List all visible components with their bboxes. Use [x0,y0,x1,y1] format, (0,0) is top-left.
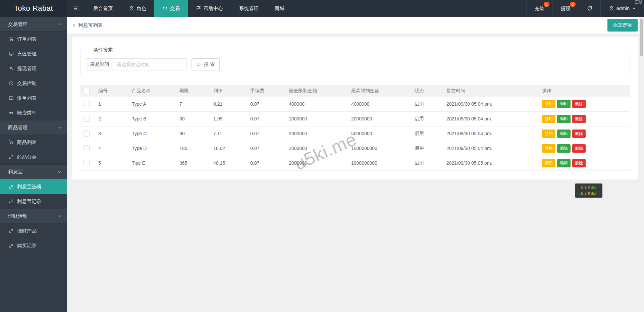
cell-time: 2021/09/30 05:04 pm. [443,141,539,156]
cell-term: 30 [176,111,210,126]
person-icon [129,6,134,11]
withdraw-label: 提现 [561,5,571,12]
disable-button[interactable]: 禁用 [542,144,555,153]
delete-button[interactable]: 删除 [572,144,586,153]
sidebar-item-5[interactable]: 交易控制 [0,76,67,91]
sidebar-section-1[interactable]: 交易管理 [0,17,67,32]
sidebar-item-label: 利息宝选项 [17,184,42,190]
edit-button[interactable]: 编辑 [557,129,571,138]
sidebar-item-label: 交易控制 [17,80,37,87]
start-time-input[interactable] [113,59,186,70]
cart-icon [9,140,14,145]
cell-name: Type C [128,126,176,141]
brand-logo[interactable]: Toko Rabat [0,0,67,17]
link-icon [9,243,14,248]
sidebar-item-label: 商品列表 [17,139,37,146]
delete-button[interactable]: 删除 [572,159,586,167]
cell-max: 50000000 [348,126,411,141]
nav-item-2[interactable]: 角色 [121,0,154,17]
edit-button[interactable]: 编辑 [557,144,571,153]
scrollbar-thumb[interactable] [640,19,643,56]
sidebar-section-label: 理财活动 [8,213,28,219]
nav-item-label: 角色 [137,5,146,12]
hamburger-icon [73,6,79,11]
search-button[interactable]: 搜 索 [192,58,220,70]
cell-fee: 0.07 [247,156,285,170]
disable-button[interactable]: 禁用 [542,129,555,138]
edit-button[interactable]: 编辑 [557,115,571,123]
cell-rate: 7.11 [210,126,247,141]
sidebar-item-3[interactable]: 充值管理 [0,46,67,61]
sidebar-section-8[interactable]: 商品管理 [0,120,67,135]
cell-rate: 40.15 [210,156,247,170]
sidebar-section-11[interactable]: 利息宝 [0,164,67,179]
edit-button[interactable]: 编辑 [557,100,571,108]
breadcrumb-bar: » 利息宝列表 添加选项 [67,17,639,34]
cell-actions: 禁用编辑删除 [539,97,630,111]
cell-name: Type B [128,111,176,126]
cell-min: 2000000 [285,141,348,156]
delete-button[interactable]: 删除 [572,129,586,138]
refresh-button[interactable] [579,0,600,17]
recharge-nav-item[interactable]: 充值 0 [526,0,552,17]
edit-button[interactable]: 编辑 [557,159,571,167]
sidebar-item-16[interactable]: 购买记录 [0,238,67,253]
nav-item-4[interactable]: 帮助中心 [188,0,231,17]
add-option-button[interactable]: 添加选项 [607,19,638,32]
table-row: 4Type D18016.020.0720000001000000000启用20… [80,141,630,156]
nav-item-6[interactable]: 商城 [267,0,292,17]
monitor-icon [9,51,14,56]
sidebar-section-14[interactable]: 理财活动 [0,209,67,223]
recharge-badge: 0 [544,2,549,7]
network-speed-widget[interactable]: ↑ 6.1 KB/s ↓ 6.7 KB/s [575,184,602,198]
cell-status: 启用 [411,97,443,111]
sidebar-item-label: 购买记录 [17,243,37,249]
sidebar-item-15[interactable]: 理财产品 [0,223,67,238]
sidebar-item-12[interactable]: 利息宝选项 [0,179,67,194]
scales-icon [162,6,168,11]
cell-min: 2000000 [285,126,348,141]
cell-status: 启用 [411,141,443,156]
nav-item-3[interactable]: 交易 [154,0,188,17]
delete-button[interactable]: 删除 [572,100,586,108]
sidebar-item-9[interactable]: 商品列表 [0,135,67,150]
cell-time: 2021/09/30 05:05 pm. [443,156,539,170]
page-scrollbar[interactable] [639,17,644,312]
sidebar-item-4[interactable]: 提现管理 [0,61,67,76]
user-icon [609,6,614,11]
sidebar-section-label: 交易管理 [8,21,28,28]
disable-button[interactable]: 禁用 [542,115,555,123]
nav-item-5[interactable]: 系统管理 [231,0,267,17]
sidebar-item-6[interactable]: 派单列表 [0,91,67,105]
upload-speed: ↑ 6.1 KB/s [578,185,599,191]
table-row: 1Type A70.210.074000004000000启用2021/09/3… [80,97,630,111]
disable-button[interactable]: 禁用 [542,100,555,108]
row-checkbox[interactable] [84,145,90,151]
select-all-checkbox[interactable] [84,88,90,94]
row-checkbox[interactable] [84,101,90,107]
cell-fee: 0.07 [247,141,285,156]
cell-fee: 0.07 [247,126,285,141]
row-checkbox[interactable] [84,131,90,137]
nav-item-1[interactable]: 后台首页 [85,0,121,17]
row-checkbox[interactable] [84,160,90,166]
sidebar-toggle-button[interactable] [67,0,85,17]
disable-button[interactable]: 禁用 [542,159,555,167]
cell-rate: 1.95 [210,111,247,126]
cell-min: 1000000 [285,111,348,126]
column-header-7: 最高限制金额 [348,85,411,97]
refresh-icon [587,6,592,11]
withdraw-nav-item[interactable]: 提现 0 [552,0,579,17]
table-row: 2Type B301.950.07100000020000000启用2021/0… [80,111,630,126]
column-header-4: 利率 [210,85,247,97]
sidebar-item-13[interactable]: 利息宝记录 [0,194,67,209]
sidebar-item-7[interactable]: 账变类型 [0,105,67,120]
sidebar-item-2[interactable]: 订单列表 [0,32,67,46]
row-checkbox[interactable] [84,116,90,122]
cell-id: 4 [95,141,128,156]
delete-button[interactable]: 删除 [572,115,586,123]
cell-min: 400000 [285,97,348,111]
nav-item-label: 交易 [170,5,180,12]
sidebar-item-10[interactable]: 商品分类 [0,150,67,164]
download-speed: ↓ 6.7 KB/s [578,191,599,197]
